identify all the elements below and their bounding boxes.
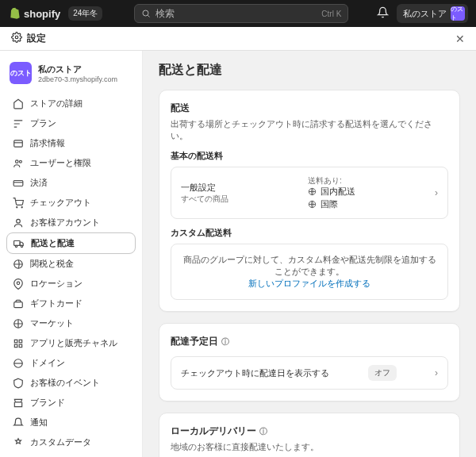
nav-item-7[interactable]: 配送と配達 <box>6 232 136 254</box>
nav-icon <box>13 437 24 448</box>
create-profile-link[interactable]: 新しいプロファイルを作成する <box>181 278 438 290</box>
general-title: 一般設定 <box>181 182 300 194</box>
globe-icon <box>308 200 317 210</box>
globe-icon <box>308 187 317 198</box>
nav-label: マーケット <box>30 317 74 329</box>
eta-card: 配達予定日 ⓘ チェックアウト時に配達日を表示する オフ › <box>159 323 460 401</box>
shopify-logo[interactable]: shopify <box>8 7 60 20</box>
nav-label: カスタムデータ <box>30 436 91 448</box>
svg-rect-15 <box>14 301 23 307</box>
general-sub: すべての商品 <box>181 194 300 205</box>
nav-item-11[interactable]: マーケット <box>6 313 136 333</box>
eta-row[interactable]: チェックアウト時に配達日を表示する オフ › <box>171 356 448 390</box>
svg-point-14 <box>17 282 20 285</box>
nav-icon <box>13 198 24 209</box>
svg-point-12 <box>21 245 22 247</box>
nav-label: ギフトカード <box>30 298 83 309</box>
nav-icon <box>13 358 24 369</box>
nav-item-6[interactable]: お客様アカウント <box>6 213 136 232</box>
nav-item-17[interactable]: カスタムデータ <box>6 432 136 452</box>
eta-status: オフ <box>368 365 397 381</box>
settings-nav: ストアの詳細プラン請求情報ユーザーと権限決済チェックアウトお客様アカウント配送と… <box>6 94 136 457</box>
svg-rect-18 <box>19 340 22 343</box>
nav-item-10[interactable]: ギフトカード <box>6 294 136 313</box>
nav-label: 関税と税金 <box>30 258 74 270</box>
nav-label: ドメイン <box>30 357 65 369</box>
nav-item-12[interactable]: アプリと販売チャネル <box>6 333 136 353</box>
gear-icon <box>11 32 22 45</box>
svg-point-8 <box>21 206 22 207</box>
nav-icon <box>13 298 24 309</box>
rate-international: 国際 <box>321 199 338 210</box>
nav-item-8[interactable]: 関税と税金 <box>6 254 136 274</box>
search-shortcut: Ctrl K <box>321 10 341 18</box>
nav-label: アプリと販売チャネル <box>30 337 117 349</box>
close-icon[interactable]: ✕ <box>455 33 465 45</box>
nav-label: チェックアウト <box>30 197 91 209</box>
nav-icon <box>13 158 24 169</box>
nav-label: 請求情報 <box>30 137 65 149</box>
nav-item-5[interactable]: チェックアウト <box>6 193 136 213</box>
store-name: 私のストア <box>403 8 447 20</box>
nav-label: 決済 <box>30 177 48 189</box>
search-placeholder: 検索 <box>155 7 175 21</box>
notifications-icon[interactable] <box>377 6 389 21</box>
svg-rect-3 <box>14 140 23 146</box>
nav-icon <box>13 217 24 228</box>
nav-label: プラン <box>30 117 56 129</box>
nav-item-0[interactable]: ストアの詳細 <box>6 94 136 113</box>
nav-icon <box>13 259 24 270</box>
nav-item-18[interactable]: あ言語 <box>6 452 136 457</box>
shipping-card: 配送 出荷する場所とチェックアウト時に請求する配送料を選んでください。 基本の配… <box>159 90 460 312</box>
nav-item-9[interactable]: ロケーション <box>6 274 136 294</box>
svg-rect-20 <box>19 344 22 348</box>
info-icon[interactable]: ⓘ <box>259 426 267 437</box>
nav-icon <box>13 397 24 409</box>
brand-text: shopify <box>24 8 60 20</box>
svg-point-9 <box>17 219 21 223</box>
season-badge: 24年冬 <box>68 6 102 21</box>
svg-rect-6 <box>13 180 23 186</box>
settings-main: 配送と配達 配送 出荷する場所とチェックアウト時に請求する配送料を選んでください… <box>143 51 476 457</box>
nav-label: お客様のイベント <box>30 377 100 389</box>
svg-point-7 <box>17 206 17 207</box>
topbar-right: 私のストア のスト <box>377 4 468 23</box>
shipping-heading: 配送 <box>171 102 448 115</box>
info-icon[interactable]: ⓘ <box>221 336 229 348</box>
nav-item-4[interactable]: 決済 <box>6 173 136 193</box>
settings-title: 設定 <box>27 32 46 45</box>
nav-icon <box>13 417 24 428</box>
page-title: 配送と配達 <box>159 62 460 79</box>
nav-icon <box>13 138 24 149</box>
search-input[interactable]: 検索 Ctrl K <box>134 4 348 23</box>
svg-point-11 <box>15 245 17 247</box>
base-rates-label: 基本の配送料 <box>171 150 448 162</box>
store-card[interactable]: のスト 私のストア 2dbe70-3.myshopify.com <box>6 59 136 87</box>
nav-label: ストアの詳細 <box>30 98 83 109</box>
store-card-url: 2dbe70-3.myshopify.com <box>38 75 117 83</box>
store-menu[interactable]: 私のストア のスト <box>397 4 468 23</box>
nav-item-16[interactable]: 通知 <box>6 413 136 432</box>
store-logo: のスト <box>10 62 32 84</box>
nav-item-1[interactable]: プラン <box>6 113 136 133</box>
svg-point-0 <box>143 10 148 16</box>
svg-point-2 <box>15 36 18 39</box>
eta-heading: 配達予定日 <box>171 335 218 348</box>
local-desc: 地域のお客様に直接配達いたします。 <box>171 441 448 453</box>
nav-item-3[interactable]: ユーザーと権限 <box>6 153 136 173</box>
topbar: shopify 24年冬 検索 Ctrl K 私のストア のスト <box>0 0 476 27</box>
nav-icon <box>13 338 24 349</box>
nav-item-14[interactable]: お客様のイベント <box>6 373 136 393</box>
nav-label: ブランド <box>30 397 65 409</box>
nav-label: ロケーション <box>30 278 83 290</box>
nav-label: ユーザーと権限 <box>30 157 91 169</box>
search-wrapper: 検索 Ctrl K <box>134 4 348 23</box>
nav-item-15[interactable]: ブランド <box>6 393 136 413</box>
nav-label: 通知 <box>30 417 48 428</box>
eta-row-label: チェックアウト時に配達日を表示する <box>181 367 329 379</box>
svg-rect-10 <box>14 240 21 245</box>
nav-item-2[interactable]: 請求情報 <box>6 133 136 153</box>
nav-icon <box>13 178 24 189</box>
nav-item-13[interactable]: ドメイン <box>6 353 136 373</box>
general-rates-row[interactable]: 一般設定 すべての商品 送料あり: 国内配送 国際 › <box>171 167 448 219</box>
